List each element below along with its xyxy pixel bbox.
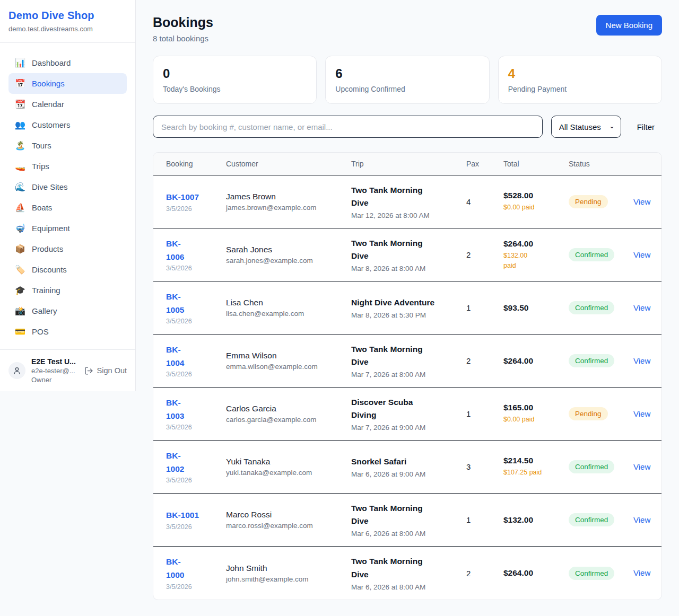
booking-id-link[interactable]: BK-1007 — [166, 191, 199, 204]
pax-cell: 1 — [466, 409, 503, 418]
customer-name: Yuki Tanaka — [226, 457, 344, 467]
sidebar: Demo Dive Shop demo.test.divestreams.com… — [0, 0, 136, 391]
view-link[interactable]: View — [633, 568, 650, 577]
pax-cell: 3 — [466, 462, 503, 471]
booking-id-link[interactable]: BK- 1004 — [166, 344, 184, 370]
user-name: E2E Test U... — [31, 357, 76, 366]
sidebar-item-discounts[interactable]: 🏷️ Discounts — [8, 259, 127, 280]
sidebar-item-label: Tours — [32, 141, 51, 150]
table-row: BK- 1004 3/5/2026 Emma Wilson emma.wilso… — [153, 335, 661, 388]
sidebar-item-label: Calendar — [32, 100, 64, 109]
sidebar-item-bookings[interactable]: 📅 Bookings — [8, 73, 127, 94]
trip-name: Two Tank Morning Dive — [351, 555, 459, 580]
sidebar-item-label: Customers — [32, 120, 71, 129]
sidebar-item-tours[interactable]: 🏝️ Tours — [8, 135, 127, 156]
column-header: Total — [503, 160, 569, 168]
trip-datetime: Mar 6, 2026 at 8:00 AM — [351, 530, 459, 538]
sidebar-item-equipment[interactable]: 🤿 Equipment — [8, 218, 127, 239]
sidebar-item-training[interactable]: 🎓 Training — [8, 280, 127, 301]
person-icon — [13, 366, 21, 375]
total-cell: $264.00 — [503, 356, 569, 366]
sidebar-item-label: Dive Sites — [32, 182, 68, 191]
booking-date: 3/5/2026 — [166, 265, 219, 272]
view-link[interactable]: View — [633, 515, 650, 524]
people-icon: 👥 — [15, 120, 25, 130]
user-email: e2e-tester@... — [31, 367, 76, 375]
stat-value: 6 — [335, 66, 479, 81]
view-link[interactable]: View — [633, 409, 650, 418]
view-link[interactable]: View — [633, 250, 650, 259]
search-input[interactable] — [153, 116, 543, 138]
paid-amount: $0.00 paid — [503, 203, 561, 213]
paid-amount: $107.25 paid — [503, 468, 561, 478]
booking-cell: BK- 1005 3/5/2026 — [166, 291, 226, 325]
view-link[interactable]: View — [633, 197, 650, 206]
total-cell: $214.50 $107.25 paid — [503, 456, 569, 478]
status-badge: Confirmed — [569, 301, 614, 314]
status-cell: Confirmed — [569, 248, 633, 261]
sidebar-item-pos[interactable]: 💳 POS — [8, 321, 127, 342]
user-section: E2E Test U... e2e-tester@... Owner Sign … — [0, 349, 135, 391]
sidebar-item-boats[interactable]: ⛵ Boats — [8, 197, 127, 218]
view-link[interactable]: View — [633, 303, 650, 312]
customer-email: john.smith@example.com — [226, 575, 344, 583]
new-booking-button[interactable]: New Booking — [596, 15, 662, 36]
pax-cell: 4 — [466, 197, 503, 206]
booking-id-link[interactable]: BK- 1006 — [166, 237, 184, 264]
credit-card-icon: 💳 — [15, 327, 25, 337]
booking-id-link[interactable]: BK- 1002 — [166, 450, 184, 476]
booking-id-link[interactable]: BK-1001 — [166, 509, 199, 522]
filter-row: All Statuses ⌄ Filter — [153, 116, 662, 138]
column-header: Trip — [351, 160, 466, 168]
customer-email: carlos.garcia@example.com — [226, 416, 344, 424]
sidebar-item-calendar[interactable]: 📆 Calendar — [8, 94, 127, 115]
booking-cell: BK-1007 3/5/2026 — [166, 191, 226, 213]
total-amount: $132.00 — [503, 515, 561, 525]
booking-cell: BK- 1003 3/5/2026 — [166, 397, 226, 432]
total-amount: $165.00 — [503, 403, 561, 412]
sidebar-item-dive-sites[interactable]: 🌊 Dive Sites — [8, 177, 127, 197]
tear-off-calendar-icon: 📆 — [15, 99, 25, 109]
view-cell: View — [633, 303, 658, 313]
sidebar-item-label: Discounts — [32, 265, 67, 274]
user-info: E2E Test U... e2e-tester@... Owner — [31, 357, 76, 384]
booking-id-link[interactable]: BK- 1005 — [166, 291, 184, 317]
trip-datetime: Mar 6, 2026 at 8:00 AM — [351, 583, 459, 591]
booking-id-link[interactable]: BK- 1003 — [166, 397, 184, 423]
sign-out-button[interactable]: Sign Out — [84, 366, 127, 375]
sidebar-item-label: Boats — [32, 203, 52, 212]
booking-cell: BK- 1000 3/5/2026 — [166, 556, 226, 591]
trip-name: Two Tank Morning Dive — [351, 184, 459, 209]
trip-name: Two Tank Morning Dive — [351, 502, 459, 527]
sailboat-icon: ⛵ — [15, 203, 25, 213]
booking-date: 3/5/2026 — [166, 523, 219, 531]
view-cell: View — [633, 515, 658, 525]
booking-date: 3/5/2026 — [166, 424, 219, 431]
sidebar-item-label: Gallery — [32, 306, 57, 315]
booking-cell: BK- 1004 3/5/2026 — [166, 344, 226, 379]
sidebar-item-customers[interactable]: 👥 Customers — [8, 115, 127, 135]
booking-cell: BK- 1002 3/5/2026 — [166, 450, 226, 485]
status-cell: Pending — [569, 195, 633, 208]
view-link[interactable]: View — [633, 462, 650, 471]
customer-cell: Lisa Chen lisa.chen@example.com — [226, 298, 351, 318]
avatar — [8, 362, 25, 379]
sidebar-item-dashboard[interactable]: 📊 Dashboard — [8, 52, 127, 73]
sign-out-label: Sign Out — [97, 366, 127, 375]
sidebar-item-products[interactable]: 📦 Products — [8, 239, 127, 259]
column-header: Booking — [166, 160, 226, 168]
pax-cell: 2 — [466, 250, 503, 259]
view-cell: View — [633, 568, 658, 578]
customer-cell: Sarah Jones sarah.jones@example.com — [226, 245, 351, 265]
booking-id-link[interactable]: BK- 1000 — [166, 556, 184, 582]
sidebar-item-trips[interactable]: 🚤 Trips — [8, 156, 127, 177]
sidebar-item-gallery[interactable]: 📸 Gallery — [8, 301, 127, 321]
filter-button[interactable]: Filter — [630, 122, 662, 131]
table-row: BK- 1002 3/5/2026 Yuki Tanaka yuki.tanak… — [153, 441, 661, 494]
trip-name: Discover Scuba Diving — [351, 396, 459, 421]
total-amount: $93.50 — [503, 303, 561, 313]
view-cell: View — [633, 356, 658, 366]
view-link[interactable]: View — [633, 356, 650, 365]
status-select[interactable]: All Statuses — [551, 116, 621, 138]
sidebar-nav: 📊 Dashboard 📅 Bookings 📆 Calendar 👥 Cust… — [0, 43, 135, 349]
